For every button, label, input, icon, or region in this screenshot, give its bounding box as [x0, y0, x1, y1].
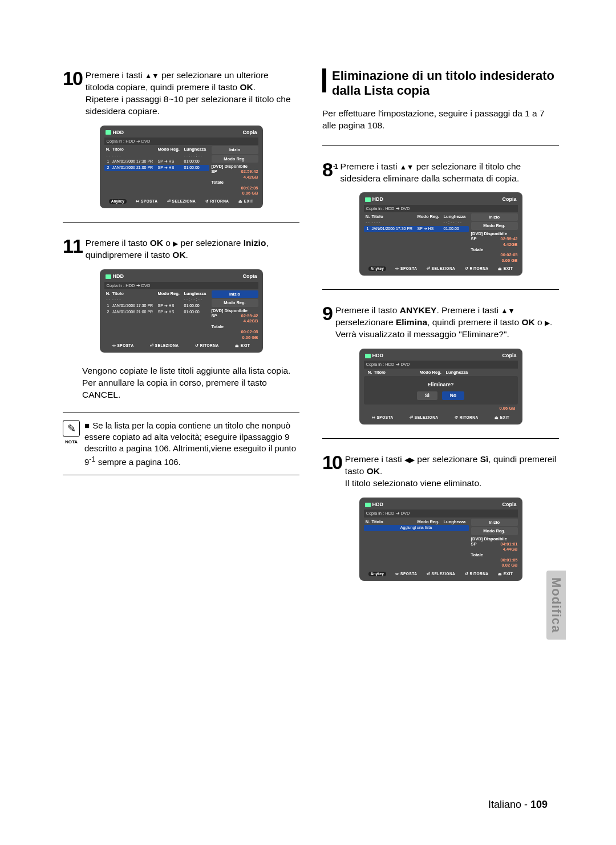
dialog-yes-button[interactable]: Sì — [417, 391, 437, 400]
device-screen-4: HDD Copia Copia in : HDD ➔ DVD N. Titolo… — [359, 349, 522, 424]
step-11: 11 Premere il tasto OK o per selezionare… — [63, 236, 299, 261]
hdd-icon — [365, 354, 371, 358]
step-9: 9 Premere il tasto ANYKEY. Premere i tas… — [322, 304, 559, 341]
device-screen-3: HDD Copia Copia in : HDD ➔ DVD N. Titolo… — [359, 192, 522, 276]
note-label: NOTA — [65, 439, 78, 444]
note-text: ■ Se la lista per la copia contiene un t… — [84, 420, 299, 468]
step-text: Premere i tasti per selezionare il titol… — [341, 160, 559, 185]
hdd-icon — [365, 503, 371, 507]
hdd-icon — [106, 274, 111, 279]
step-8: 8-1 Premere i tasti per selezionare il t… — [322, 160, 559, 185]
section-heading: Eliminazione di un titolo indesiderato d… — [322, 68, 559, 99]
dialog-no-button[interactable]: No — [442, 391, 464, 400]
step-number: 10 — [322, 452, 342, 472]
after-step-11-text: Vengono copiate le liste titoli aggiunte… — [82, 365, 299, 401]
step-text: Premere il tasto OK o per selezionare In… — [86, 236, 299, 261]
device-screen-2: HDD Copia Copia in : HDD ➔ DVD N. Titolo… — [100, 269, 263, 353]
step-number: 9 — [322, 304, 332, 323]
left-column: 10 Premere i tasti per selezionare un ul… — [63, 68, 299, 593]
hdd-icon — [365, 197, 371, 202]
step-text: Premere i tasti per selezionare un ulter… — [86, 68, 299, 118]
step-number: 8-1 — [322, 160, 337, 179]
step-text: Premere i tasti per selezionare Sì, quin… — [345, 452, 559, 490]
device-screen-1: HDD Copia Copia in : HDD ➔ DVD N. Titolo… — [100, 126, 263, 209]
right-column: Eliminazione di un titolo indesiderato d… — [322, 68, 559, 593]
step-number: 10 — [63, 68, 82, 88]
page-footer: Italiano - 109 — [488, 799, 548, 811]
hdd-icon — [106, 130, 111, 135]
section-intro: Per effettuare l'impostazione, seguire i… — [322, 108, 559, 132]
step-10-left: 10 Premere i tasti per selezionare un ul… — [63, 68, 299, 118]
step-10-right: 10 Premere i tasti per selezionare Sì, q… — [322, 452, 559, 490]
step-text: Premere il tasto ANYKEY. Premere i tasti… — [335, 304, 559, 341]
heading-bar-icon — [322, 68, 326, 92]
step-number: 11 — [63, 236, 82, 256]
side-tab: Modifica — [546, 571, 566, 640]
note-icon: ✎ — [63, 420, 80, 437]
note-block: ✎ NOTA ■ Se la lista per la copia contie… — [63, 413, 299, 475]
device-screen-5: HDD Copia Copia in : HDD ➔ DVD N. Titolo… — [359, 498, 522, 581]
